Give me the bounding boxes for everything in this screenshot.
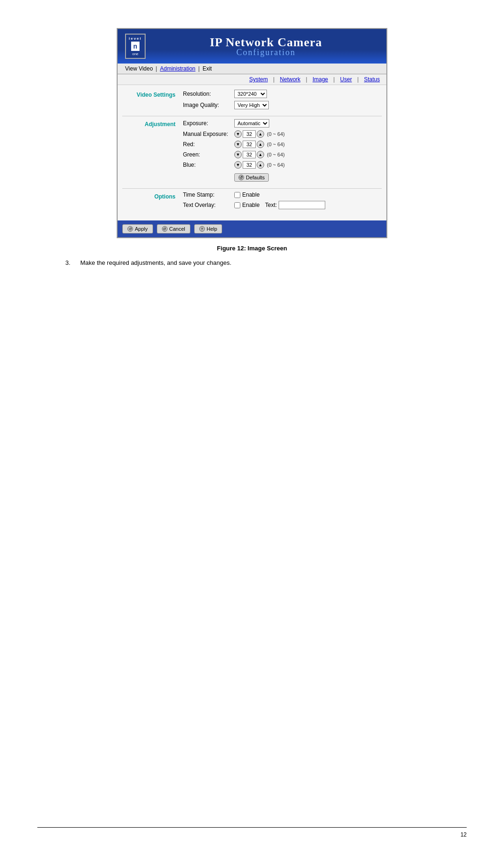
- cancel-icon: ↺: [162, 226, 168, 232]
- exposure-control: Automatic Manual: [234, 119, 269, 128]
- footer-page: 12: [461, 831, 467, 838]
- blue-up-btn[interactable]: ▲: [257, 161, 264, 169]
- quality-label: Image Quality:: [183, 102, 234, 108]
- apply-icon: ↺: [127, 226, 133, 232]
- quality-select[interactable]: Low Medium High Very High: [234, 101, 269, 109]
- exposure-select[interactable]: Automatic Manual: [234, 119, 269, 128]
- text-label: Text:: [265, 202, 277, 208]
- logo-bottom: one: [132, 52, 138, 56]
- body-text-content: Make the required adjustments, and save …: [80, 259, 231, 266]
- exposure-label: Exposure:: [183, 120, 234, 127]
- logo-top: level: [129, 36, 142, 41]
- manual-exposure-input[interactable]: [243, 130, 256, 138]
- content-area: Video Settings Resolution: 160*120 320*2…: [118, 85, 386, 220]
- manual-exposure-down-btn[interactable]: ▼: [234, 130, 242, 138]
- video-settings-section: Video Settings Resolution: 160*120 320*2…: [122, 90, 382, 112]
- options-content: Time Stamp: Enable Text Overlay: Enable: [183, 191, 382, 212]
- blue-input[interactable]: [243, 161, 256, 169]
- video-settings-content: Resolution: 160*120 320*240 640*480 Imag…: [183, 90, 382, 112]
- body-text: 3. Make the required adjustments, and sa…: [65, 259, 448, 266]
- blue-control: ▼ ▲ (0 ~ 64): [234, 161, 285, 169]
- nav-bar: View Video | Administration | Exit: [118, 64, 386, 74]
- manual-exposure-up-btn[interactable]: ▲: [257, 130, 264, 138]
- resolution-label: Resolution:: [183, 91, 234, 97]
- divider2: [122, 188, 382, 189]
- footer-line: [37, 827, 467, 828]
- green-row: Green: ▼ ▲ (0 ~ 64): [183, 151, 382, 158]
- tab-sep3: |: [331, 76, 336, 83]
- app-subtitle: Configuration: [236, 48, 295, 57]
- camera-ui-box: level n one IP Network Camera Configurat…: [117, 28, 387, 238]
- header-title: IP Network Camera Configuration: [153, 35, 379, 57]
- bottom-bar: ↺ Apply ↺ Cancel ? Help: [118, 220, 386, 237]
- manual-exposure-control: ▼ ▲ (0 ~ 64): [234, 130, 285, 138]
- red-control: ▼ ▲ (0 ~ 64): [234, 141, 285, 148]
- apply-button[interactable]: ↺ Apply: [122, 224, 153, 234]
- tab-sep4: |: [356, 76, 361, 83]
- logo-icon: n: [131, 42, 140, 51]
- red-input[interactable]: [243, 141, 256, 148]
- textoverlay-input[interactable]: [279, 201, 325, 209]
- options-section: Options Time Stamp: Enable Text Overlay:: [122, 191, 382, 212]
- cancel-button[interactable]: ↺ Cancel: [157, 224, 190, 234]
- tab-network[interactable]: Network: [278, 76, 302, 83]
- quality-row: Image Quality: Low Medium High Very High: [183, 101, 382, 109]
- body-text-num: 3.: [65, 259, 75, 266]
- tab-user[interactable]: User: [338, 76, 354, 83]
- blue-label: Blue:: [183, 162, 234, 168]
- textoverlay-label: Text Overlay:: [183, 202, 234, 208]
- help-button[interactable]: ? Help: [194, 224, 223, 234]
- manual-exposure-label: Manual Exposure:: [183, 131, 234, 137]
- blue-range: (0 ~ 64): [267, 162, 285, 168]
- help-icon: ?: [199, 226, 205, 232]
- red-down-btn[interactable]: ▼: [234, 141, 242, 148]
- nav-administration[interactable]: Administration: [157, 65, 198, 72]
- green-down-btn[interactable]: ▼: [234, 151, 242, 158]
- tab-status[interactable]: Status: [362, 76, 382, 83]
- resolution-control: 160*120 320*240 640*480: [234, 90, 267, 98]
- resolution-select[interactable]: 160*120 320*240 640*480: [234, 90, 267, 98]
- tab-system[interactable]: System: [247, 76, 270, 83]
- exposure-row: Exposure: Automatic Manual: [183, 119, 382, 128]
- defaults-label: Defaults: [246, 175, 265, 180]
- red-up-btn[interactable]: ▲: [257, 141, 264, 148]
- green-up-btn[interactable]: ▲: [257, 151, 264, 158]
- apply-label: Apply: [135, 226, 148, 232]
- blue-down-btn[interactable]: ▼: [234, 161, 242, 169]
- video-settings-label: Video Settings: [122, 90, 183, 112]
- adjustment-section: Adjustment Exposure: Automatic Manual Ma…: [122, 119, 382, 184]
- tab-image[interactable]: Image: [311, 76, 330, 83]
- defaults-button[interactable]: ↺ Defaults: [234, 173, 269, 182]
- timestamp-label: Time Stamp:: [183, 191, 234, 198]
- blue-row: Blue: ▼ ▲ (0 ~ 64): [183, 161, 382, 169]
- divider1: [122, 116, 382, 116]
- defaults-row: ↺ Defaults: [183, 171, 382, 182]
- nav-exit[interactable]: Exit: [200, 65, 215, 72]
- cancel-label: Cancel: [169, 226, 185, 232]
- textoverlay-checkbox[interactable]: [234, 202, 240, 208]
- options-label: Options: [122, 191, 183, 212]
- red-label: Red:: [183, 141, 234, 148]
- green-range: (0 ~ 64): [267, 152, 285, 157]
- defaults-icon: ↺: [238, 175, 244, 180]
- camera-header: level n one IP Network Camera Configurat…: [118, 29, 386, 64]
- red-range: (0 ~ 64): [267, 142, 285, 147]
- green-input[interactable]: [243, 151, 256, 158]
- adjustment-content: Exposure: Automatic Manual Manual Exposu…: [183, 119, 382, 184]
- red-row: Red: ▼ ▲ (0 ~ 64): [183, 141, 382, 148]
- timestamp-control: Enable: [234, 191, 259, 198]
- timestamp-checkbox[interactable]: [234, 192, 240, 198]
- textoverlay-row: Text Overlay: Enable Text:: [183, 201, 382, 209]
- quality-control: Low Medium High Very High: [234, 101, 269, 109]
- tab-sep1: |: [271, 76, 276, 83]
- help-label: Help: [207, 226, 217, 232]
- green-label: Green:: [183, 151, 234, 158]
- resolution-row: Resolution: 160*120 320*240 640*480: [183, 90, 382, 98]
- green-control: ▼ ▲ (0 ~ 64): [234, 151, 285, 158]
- manual-exposure-range: (0 ~ 64): [267, 131, 285, 137]
- textoverlay-enable-label: Enable: [242, 202, 259, 208]
- nav-view-video[interactable]: View Video: [122, 65, 156, 72]
- logo: level n one: [125, 34, 146, 59]
- adjustment-label: Adjustment: [122, 119, 183, 184]
- textoverlay-control: Enable Text:: [234, 201, 325, 209]
